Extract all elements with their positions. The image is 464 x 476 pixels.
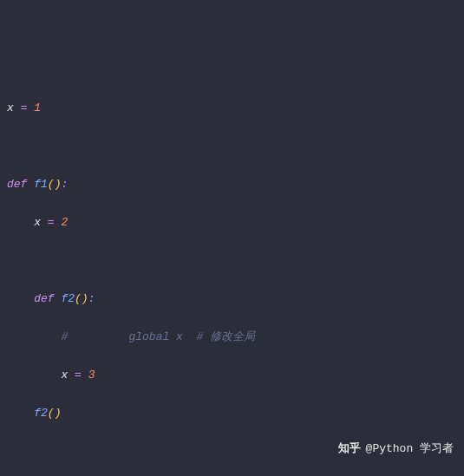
number: 1 xyxy=(34,101,41,114)
colon: : xyxy=(61,178,68,191)
code-line xyxy=(7,137,457,156)
zhihu-icon: 知乎 xyxy=(338,440,361,459)
variable: x xyxy=(61,368,68,381)
number: 2 xyxy=(61,216,68,229)
variable: x xyxy=(34,216,41,229)
colon: : xyxy=(88,292,95,305)
code-line: x = 1 xyxy=(7,99,457,118)
function-name: f1 xyxy=(34,178,48,191)
paren: ( xyxy=(48,407,55,420)
keyword: def xyxy=(7,178,27,191)
paren: ( xyxy=(48,178,55,191)
operator: = xyxy=(21,101,28,114)
paren: ) xyxy=(82,292,88,305)
code-line xyxy=(7,251,457,271)
number: 3 xyxy=(88,368,95,381)
comment: # global x # 修改全局 xyxy=(61,330,255,343)
code-line: x = 2 xyxy=(7,213,457,232)
watermark: 知乎 @Python 学习者 xyxy=(338,440,454,459)
paren: ) xyxy=(55,407,62,420)
code-line: def f2(): xyxy=(7,290,457,309)
operator: = xyxy=(75,368,82,381)
code-line: f2() xyxy=(7,404,457,423)
function-name: f2 xyxy=(61,292,75,305)
paren: ( xyxy=(75,292,82,305)
code-block: x = 1 def f1(): x = 2 def f2(): # global… xyxy=(7,80,457,476)
watermark-text: @Python 学习者 xyxy=(366,440,454,459)
code-line: x = 3 xyxy=(7,366,457,385)
operator: = xyxy=(48,216,55,229)
variable: x xyxy=(7,101,14,114)
code-line: # global x # 修改全局 xyxy=(7,328,457,347)
code-line: def f1(): xyxy=(7,175,457,194)
function-call: f2 xyxy=(34,407,48,420)
keyword: def xyxy=(34,292,54,305)
